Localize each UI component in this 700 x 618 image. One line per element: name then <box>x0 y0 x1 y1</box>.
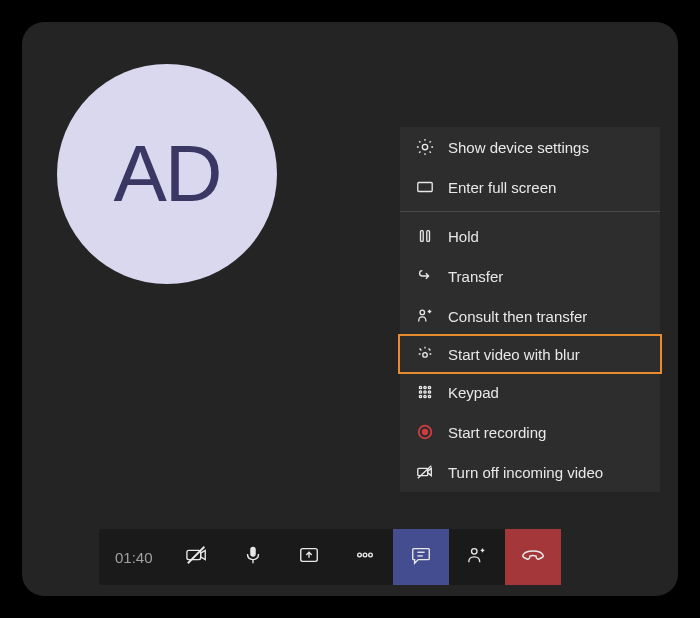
transfer-icon <box>416 267 434 285</box>
more-icon <box>354 544 376 570</box>
menu-label: Turn off incoming video <box>448 464 603 481</box>
chat-button[interactable] <box>393 529 449 585</box>
svg-point-4 <box>420 310 425 315</box>
svg-rect-1 <box>418 183 432 192</box>
menu-label: Start recording <box>448 424 546 441</box>
share-screen-icon <box>298 544 320 570</box>
chat-icon <box>410 544 432 570</box>
menu-label: Transfer <box>448 268 503 285</box>
menu-label: Start video with blur <box>448 346 580 363</box>
hangup-icon <box>521 543 545 571</box>
menu-label: Keypad <box>448 384 499 401</box>
menu-label: Show device settings <box>448 139 589 156</box>
avatar: AD <box>57 64 277 284</box>
menu-transfer[interactable]: Transfer <box>400 256 660 296</box>
svg-point-5 <box>423 353 428 358</box>
svg-point-23 <box>357 553 361 557</box>
call-timer: 01:40 <box>99 549 169 566</box>
context-menu: Show device settings Enter full screen H… <box>400 127 660 492</box>
svg-point-9 <box>419 391 421 393</box>
svg-rect-20 <box>250 547 256 557</box>
menu-enter-full-screen[interactable]: Enter full screen <box>400 167 660 207</box>
menu-start-recording[interactable]: Start recording <box>400 412 660 452</box>
call-window: AD Show device settings Enter full scree… <box>22 22 678 596</box>
more-actions-button[interactable] <box>337 529 393 585</box>
menu-consult-then-transfer[interactable]: Consult then transfer <box>400 296 660 336</box>
svg-point-7 <box>424 386 426 388</box>
svg-line-19 <box>187 547 204 564</box>
svg-point-11 <box>428 391 430 393</box>
svg-point-8 <box>428 386 430 388</box>
svg-point-0 <box>422 144 427 149</box>
hangup-button[interactable] <box>505 529 561 585</box>
svg-rect-3 <box>427 231 430 242</box>
camera-off-icon <box>186 544 208 570</box>
menu-label: Enter full screen <box>448 179 556 196</box>
gear-icon <box>416 138 434 156</box>
video-off-icon <box>416 463 434 481</box>
consult-icon <box>416 307 434 325</box>
svg-point-13 <box>424 395 426 397</box>
menu-show-device-settings[interactable]: Show device settings <box>400 127 660 167</box>
svg-rect-2 <box>421 231 424 242</box>
call-toolbar: 01:40 <box>99 529 561 585</box>
people-button[interactable] <box>449 529 505 585</box>
svg-point-6 <box>419 386 421 388</box>
svg-point-16 <box>422 429 428 435</box>
svg-point-28 <box>471 549 477 555</box>
menu-turn-off-incoming-video[interactable]: Turn off incoming video <box>400 452 660 492</box>
avatar-initials: AD <box>113 128 220 220</box>
menu-divider <box>400 211 660 212</box>
fullscreen-icon <box>416 178 434 196</box>
microphone-icon <box>242 544 264 570</box>
svg-point-14 <box>428 395 430 397</box>
menu-hold[interactable]: Hold <box>400 216 660 256</box>
svg-point-25 <box>368 553 372 557</box>
people-icon <box>466 544 488 570</box>
pause-icon <box>416 227 434 245</box>
share-button[interactable] <box>281 529 337 585</box>
menu-label: Hold <box>448 228 479 245</box>
menu-label: Consult then transfer <box>448 308 587 325</box>
keypad-icon <box>416 383 434 401</box>
blur-icon <box>416 345 434 363</box>
svg-point-10 <box>424 391 426 393</box>
microphone-button[interactable] <box>225 529 281 585</box>
record-icon <box>416 423 434 441</box>
svg-point-12 <box>419 395 421 397</box>
svg-point-24 <box>363 553 367 557</box>
menu-keypad[interactable]: Keypad <box>400 372 660 412</box>
menu-start-video-with-blur[interactable]: Start video with blur <box>398 334 662 374</box>
svg-line-18 <box>418 466 432 479</box>
camera-button[interactable] <box>169 529 225 585</box>
